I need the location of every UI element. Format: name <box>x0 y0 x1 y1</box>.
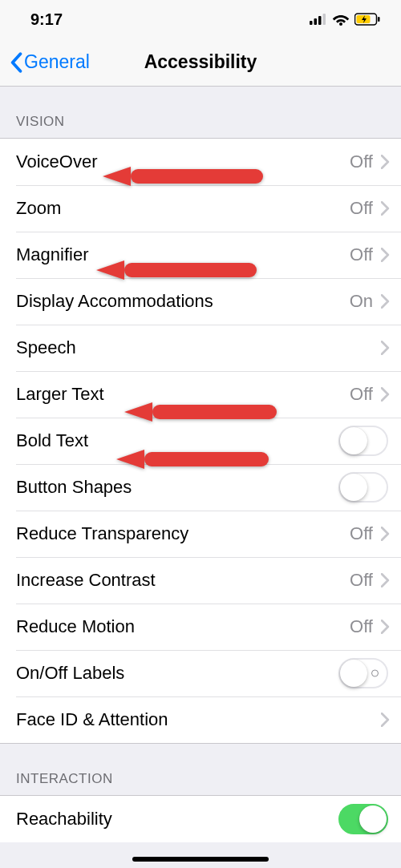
chevron-right-icon <box>381 201 390 216</box>
status-bar: 9:17 <box>0 0 401 38</box>
row-label-voiceover: VoiceOver <box>16 151 350 172</box>
row-bold-text[interactable]: Bold Text <box>0 418 401 464</box>
row-value-display-accommodations: On <box>350 291 373 312</box>
row-label-speech: Speech <box>16 337 381 358</box>
back-label: General <box>24 51 90 73</box>
chevron-right-icon <box>381 527 390 541</box>
row-label-on-off-labels: On/Off Labels <box>16 663 338 684</box>
svg-rect-7 <box>378 17 380 22</box>
row-speech[interactable]: Speech <box>0 325 401 371</box>
section-header-interaction: INTERACTION <box>0 744 401 795</box>
toggle-bold-text[interactable] <box>338 426 388 456</box>
back-button[interactable]: General <box>10 51 90 73</box>
row-value-voiceover: Off <box>350 151 373 172</box>
chevron-right-icon <box>381 341 390 355</box>
row-label-increase-contrast: Increase Contrast <box>16 570 350 591</box>
row-label-button-shapes: Button Shapes <box>16 477 338 498</box>
chevron-right-icon <box>381 248 390 262</box>
row-label-reachability: Reachability <box>16 809 338 830</box>
row-zoom[interactable]: Zoom Off <box>0 185 401 232</box>
vision-row-group: VoiceOver Off Zoom Off Magnifier Off Dis… <box>0 138 401 744</box>
row-label-display-accommodations: Display Accommodations <box>16 291 350 312</box>
toggle-button-shapes[interactable] <box>338 472 388 503</box>
row-button-shapes[interactable]: Button Shapes <box>0 464 401 511</box>
svg-rect-0 <box>310 21 313 25</box>
chevron-right-icon <box>381 620 390 634</box>
svg-point-4 <box>339 22 342 26</box>
interaction-row-group: Reachability <box>0 795 401 842</box>
row-reduce-motion[interactable]: Reduce Motion Off <box>0 604 401 650</box>
row-larger-text[interactable]: Larger Text Off <box>0 371 401 418</box>
battery-charging-icon <box>354 13 380 26</box>
svg-rect-2 <box>318 16 322 25</box>
status-time: 9:17 <box>30 10 63 29</box>
row-voiceover[interactable]: VoiceOver Off <box>0 139 401 185</box>
row-value-magnifier: Off <box>350 244 373 265</box>
row-display-accommodations[interactable]: Display Accommodations On <box>0 278 401 325</box>
home-indicator <box>132 857 269 862</box>
row-reduce-transparency[interactable]: Reduce Transparency Off <box>0 511 401 557</box>
row-value-larger-text: Off <box>350 384 373 405</box>
row-label-reduce-motion: Reduce Motion <box>16 616 350 637</box>
row-label-zoom: Zoom <box>16 198 350 219</box>
toggle-on-off-labels[interactable] <box>338 658 388 688</box>
chevron-right-icon <box>381 294 390 309</box>
chevron-right-icon <box>381 155 390 169</box>
svg-rect-3 <box>323 14 326 25</box>
toggle-reachability[interactable] <box>338 804 388 834</box>
cellular-icon <box>310 14 327 25</box>
chevron-left-icon <box>10 52 22 73</box>
chevron-right-icon <box>381 573 390 587</box>
row-magnifier[interactable]: Magnifier Off <box>0 232 401 278</box>
row-label-larger-text: Larger Text <box>16 384 350 405</box>
row-reachability[interactable]: Reachability <box>0 796 401 842</box>
row-label-reduce-transparency: Reduce Transparency <box>16 523 350 544</box>
nav-bar: General Accessibility <box>0 38 401 87</box>
row-value-reduce-transparency: Off <box>350 523 373 544</box>
status-right <box>310 13 380 26</box>
chevron-right-icon <box>381 713 390 727</box>
row-face-id-attention[interactable]: Face ID & Attention <box>0 696 401 743</box>
row-increase-contrast[interactable]: Increase Contrast Off <box>0 557 401 604</box>
section-header-vision: VISION <box>0 87 401 138</box>
row-label-face-id-attention: Face ID & Attention <box>16 709 381 730</box>
row-value-reduce-motion: Off <box>350 616 373 637</box>
row-value-zoom: Off <box>350 198 373 219</box>
chevron-right-icon <box>381 387 390 402</box>
row-value-increase-contrast: Off <box>350 570 373 591</box>
row-label-magnifier: Magnifier <box>16 244 350 265</box>
svg-rect-1 <box>314 18 318 25</box>
wifi-icon <box>332 13 350 26</box>
row-label-bold-text: Bold Text <box>16 430 338 451</box>
row-on-off-labels[interactable]: On/Off Labels <box>0 650 401 696</box>
